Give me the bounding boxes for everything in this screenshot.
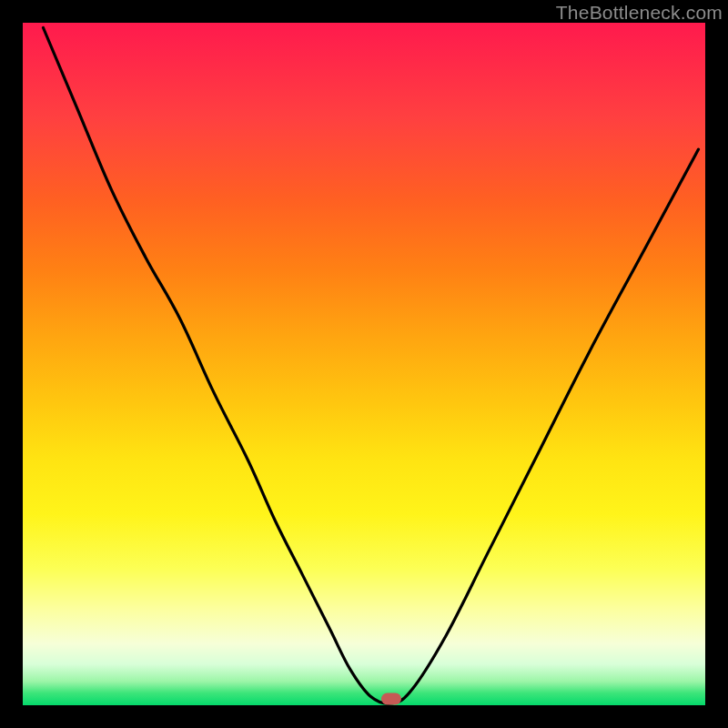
plot-area bbox=[23, 23, 705, 705]
bottleneck-curve bbox=[23, 23, 705, 705]
watermark-text: TheBottleneck.com bbox=[556, 2, 723, 24]
optimal-point-marker bbox=[381, 693, 401, 705]
chart-frame: TheBottleneck.com bbox=[0, 0, 728, 728]
